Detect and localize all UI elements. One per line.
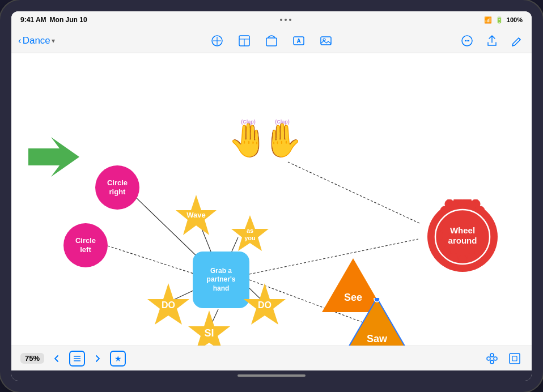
as-you-star[interactable]: as you xyxy=(231,215,269,253)
si-star[interactable]: SI xyxy=(188,310,230,346)
svg-point-10 xyxy=(465,40,466,41)
svg-point-66 xyxy=(449,201,458,210)
center-box-label: Grab apartner'shand xyxy=(207,267,236,293)
toolbar-center: A xyxy=(86,33,457,49)
back-chevron: ‹ xyxy=(18,35,22,46)
clap-right: 🤚 (Clap) xyxy=(265,114,299,162)
table-tool[interactable] xyxy=(236,33,252,49)
svg-text:DO: DO xyxy=(162,300,175,310)
svg-text:around: around xyxy=(448,236,477,245)
battery-icon: 🔋 xyxy=(495,16,503,24)
svg-point-12 xyxy=(468,40,469,41)
svg-text:you: you xyxy=(244,235,256,241)
toolbar-left: ‹ Dance ▾ xyxy=(18,35,86,46)
do-left-star[interactable]: DO xyxy=(147,283,189,325)
back-button[interactable]: ‹ Dance ▾ xyxy=(18,35,55,46)
status-bar: 9:41 AM Mon Jun 10 📶 🔋 100% xyxy=(11,11,532,28)
battery-pct: 100% xyxy=(507,16,523,23)
circle-left[interactable]: Circleleft xyxy=(63,223,108,267)
wifi-icon: 📶 xyxy=(484,16,492,24)
svg-point-8 xyxy=(323,39,325,41)
svg-point-51 xyxy=(474,206,483,215)
svg-rect-4 xyxy=(266,38,277,46)
chart-tool[interactable] xyxy=(264,33,279,49)
time: 9:41 AM xyxy=(20,16,46,24)
center-box[interactable]: Grab apartner'shand xyxy=(193,252,249,308)
svg-point-11 xyxy=(466,40,468,41)
svg-text:(Clap): (Clap) xyxy=(241,119,256,125)
bottom-right xyxy=(484,351,523,367)
circle-left-label: Circleleft xyxy=(75,236,96,254)
share-button[interactable] xyxy=(484,33,500,49)
svg-point-50 xyxy=(467,201,476,210)
canvas: Circleright Circleleft 🤚 (Clap) 🤚 (Cla xyxy=(11,53,532,346)
svg-text:as: as xyxy=(247,227,253,234)
image-tool[interactable] xyxy=(318,33,334,49)
toolbar: ‹ Dance ▾ xyxy=(11,28,532,53)
svg-line-14 xyxy=(108,246,204,277)
home-indicator xyxy=(11,370,532,381)
zoom-level[interactable]: 75% xyxy=(20,353,44,364)
bookmark-button[interactable]: ★ xyxy=(110,351,126,367)
more-button[interactable] xyxy=(459,33,475,49)
title-chevron: ▾ xyxy=(52,37,55,45)
svg-rect-78 xyxy=(512,356,517,361)
svg-point-76 xyxy=(490,360,494,364)
nav-back-button[interactable] xyxy=(49,351,65,367)
slides-list-button[interactable] xyxy=(69,351,85,367)
do-right-star[interactable]: DO xyxy=(244,283,286,325)
edit-button[interactable] xyxy=(509,33,525,49)
svg-point-75 xyxy=(490,353,494,357)
circle-right-label: Circleright xyxy=(107,178,128,196)
toolbar-right xyxy=(457,33,525,49)
bottom-bar: 75% ★ xyxy=(11,346,532,370)
svg-point-65 xyxy=(442,206,451,215)
svg-point-43 xyxy=(374,298,380,302)
dot2 xyxy=(285,19,287,21)
svg-rect-77 xyxy=(510,353,520,364)
svg-text:A: A xyxy=(296,38,300,44)
svg-point-73 xyxy=(487,357,490,360)
home-bar xyxy=(237,374,306,377)
svg-point-58 xyxy=(458,255,467,264)
svg-text:(Clap): (Clap) xyxy=(275,119,290,125)
dot1 xyxy=(280,19,282,21)
svg-line-21 xyxy=(288,162,419,223)
shapes-tool[interactable] xyxy=(209,33,225,49)
status-center xyxy=(280,19,291,21)
svg-marker-23 xyxy=(28,137,79,177)
circle-right[interactable]: Circleright xyxy=(95,165,139,210)
bookmark-icon: ★ xyxy=(114,354,122,363)
status-left: 9:41 AM Mon Jun 10 xyxy=(20,16,87,24)
svg-text:🤚: 🤚 xyxy=(231,121,265,160)
dot3 xyxy=(289,19,291,21)
date: Mon Jun 10 xyxy=(50,16,87,24)
ipad-frame: 9:41 AM Mon Jun 10 📶 🔋 100% ‹ Dance ▾ xyxy=(0,0,543,392)
wave-star[interactable]: Wave xyxy=(176,195,217,236)
green-arrow xyxy=(28,137,79,177)
wheel-around[interactable]: Wheel around xyxy=(425,199,500,274)
svg-point-49 xyxy=(458,199,467,208)
svg-rect-7 xyxy=(321,37,331,45)
svg-text:Wheel: Wheel xyxy=(450,225,475,235)
svg-text:🤚: 🤚 xyxy=(265,121,299,160)
ipad-screen: 9:41 AM Mon Jun 10 📶 🔋 100% ‹ Dance ▾ xyxy=(11,11,532,381)
text-tool[interactable]: A xyxy=(291,33,307,49)
clap-hands: 🤚 (Clap) 🤚 (Clap) xyxy=(231,114,299,162)
arrange-button[interactable] xyxy=(484,351,500,367)
back-label: Dance xyxy=(23,35,50,46)
svg-text:Wave: Wave xyxy=(186,211,205,219)
svg-text:SI: SI xyxy=(204,327,214,339)
bottom-left: 75% ★ xyxy=(20,351,126,367)
expand-button[interactable] xyxy=(507,351,523,367)
svg-text:DO: DO xyxy=(258,300,272,310)
status-right: 📶 🔋 100% xyxy=(484,16,523,24)
saw-triangle[interactable]: Saw xyxy=(346,298,408,346)
svg-text:Saw: Saw xyxy=(367,333,388,344)
svg-point-74 xyxy=(494,357,497,360)
nav-forward-button[interactable] xyxy=(90,351,105,367)
clap-left: 🤚 (Clap) xyxy=(231,114,265,162)
